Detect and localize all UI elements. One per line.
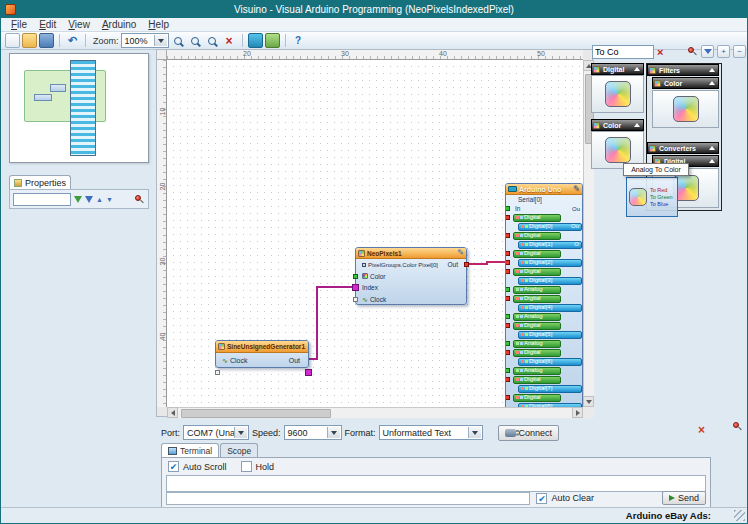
speed-select[interactable]: 9600	[284, 425, 342, 440]
arduino-analog-row[interactable]: Analog	[506, 312, 582, 321]
expand-all-icon[interactable]: +	[717, 45, 730, 58]
send-button[interactable]: Send	[662, 491, 706, 505]
arduino-digital-row[interactable]: Digital	[506, 348, 582, 357]
filter-edit-icon[interactable]	[85, 196, 93, 203]
category-digital[interactable]: Digital	[591, 63, 644, 75]
sort-asc-icon[interactable]: ▲	[96, 196, 103, 203]
component-header[interactable]: Arduino Uno ✎	[506, 184, 582, 195]
horizontal-scrollbar[interactable]	[167, 407, 583, 418]
analog-pin[interactable]	[505, 368, 510, 373]
menu-help[interactable]: Help	[142, 19, 175, 30]
zoom-select[interactable]: 100%	[121, 33, 169, 48]
filter-categories-icon[interactable]	[701, 45, 714, 58]
arduino-channel-row[interactable]: Digital[6]	[506, 357, 582, 366]
send-input[interactable]	[166, 492, 530, 505]
collapse-icon[interactable]	[709, 68, 715, 72]
component-header[interactable]: NeoPixels1 ✎	[356, 248, 466, 259]
scroll-right-icon[interactable]	[572, 407, 583, 418]
port-select[interactable]: COM7 (Unav	[183, 425, 249, 440]
scroll-down-icon[interactable]	[583, 396, 594, 407]
horizontal-scroll-thumb[interactable]	[181, 409, 331, 418]
digital-pin[interactable]	[505, 350, 510, 355]
chevron-down-icon[interactable]	[154, 35, 167, 46]
pixel-out-pin[interactable]	[464, 262, 469, 267]
save-icon[interactable]	[39, 33, 54, 48]
analog-pin[interactable]	[505, 287, 510, 292]
arduino-digital-row[interactable]: Digital	[506, 267, 582, 276]
collapse-all-icon[interactable]: −	[733, 45, 746, 58]
auto-scroll-checkbox[interactable]: ✔	[168, 461, 179, 472]
board-icon[interactable]	[248, 33, 263, 48]
edit-pencil-icon[interactable]: ✎	[457, 249, 464, 257]
component-header[interactable]: SineUnsignedGenerator1	[216, 341, 308, 353]
arduino-analog-row[interactable]: Analog	[506, 285, 582, 294]
arduino-channel-row[interactable]: Digital[3]	[506, 276, 582, 285]
arduino-digital-row[interactable]: Digital	[506, 249, 582, 258]
tab-scope[interactable]: Scope	[220, 443, 258, 457]
digital-pin[interactable]	[505, 395, 510, 400]
titlebar[interactable]: Visuino - Visual Arduino Programming (Ne…	[1, 1, 747, 18]
arduino-digital-row[interactable]: Digital	[506, 294, 582, 303]
menu-edit[interactable]: Edit	[33, 19, 62, 30]
pixel-channel-row[interactable]: PixelGroups.Color Pixel[0] Out	[356, 259, 466, 271]
zoom-in-icon[interactable]	[171, 33, 186, 48]
digital-pin[interactable]	[505, 323, 510, 328]
arduino-inout-row[interactable]: In Ou	[506, 204, 582, 213]
connect-button[interactable]: Connect	[498, 425, 560, 441]
digital-pin[interactable]	[505, 269, 510, 274]
category-color[interactable]: Color	[591, 119, 644, 131]
arduino-channel-row[interactable]: Digital[4]	[506, 303, 582, 312]
components-icon[interactable]	[265, 33, 280, 48]
analog-to-color-preview[interactable]: To Red To Green To Blue	[626, 177, 678, 217]
properties-filter-input[interactable]	[13, 193, 71, 206]
filter-icon[interactable]	[74, 196, 82, 203]
color-pin[interactable]	[353, 274, 358, 279]
index-pin[interactable]	[352, 284, 359, 291]
analog-pin[interactable]	[505, 314, 510, 319]
arduino-channel-row[interactable]: Digital[5]	[506, 330, 582, 339]
collapse-icon[interactable]	[709, 146, 715, 150]
digital-pin[interactable]	[505, 215, 510, 220]
open-icon[interactable]	[22, 33, 37, 48]
out-pin[interactable]	[305, 369, 312, 376]
palette-item-filters-color[interactable]	[652, 90, 719, 128]
tab-terminal[interactable]: Terminal	[161, 443, 219, 457]
auto-clear-option[interactable]: ✔ Auto Clear	[536, 493, 594, 504]
close-panel-icon[interactable]: ×	[698, 423, 705, 437]
collapse-icon[interactable]	[709, 81, 715, 85]
help-icon[interactable]: ?	[291, 33, 306, 48]
scroll-left-icon[interactable]	[167, 407, 178, 418]
clock-pin[interactable]	[353, 297, 358, 302]
component-arduino-uno[interactable]: Arduino Uno ✎ Serial[0] In Ou Digital Di…	[505, 183, 583, 407]
hold-option[interactable]: Hold	[241, 461, 275, 472]
resize-grip-icon[interactable]	[734, 510, 745, 521]
arduino-digital-row[interactable]: Digital	[506, 375, 582, 384]
color-pin-row[interactable]: Color	[356, 271, 466, 283]
arduino-channel-row[interactable]: Digital[7]	[506, 384, 582, 393]
wire-neopixels-out-to-arduino-digital[interactable]	[467, 262, 505, 264]
menu-file[interactable]: File	[5, 19, 33, 30]
arduino-channel-row[interactable]: Digital[1]O	[506, 240, 582, 249]
collapse-icon[interactable]	[709, 159, 715, 163]
undo-icon[interactable]: ↶	[65, 33, 80, 48]
clear-search-icon[interactable]: ×	[657, 46, 663, 58]
hold-checkbox[interactable]	[241, 461, 252, 472]
component-sine-unsigned-generator[interactable]: SineUnsignedGenerator1 ∿ Clock Out	[215, 340, 309, 368]
auto-scroll-option[interactable]: ✔ Auto Scroll	[168, 461, 227, 472]
chevron-down-icon[interactable]	[468, 427, 481, 438]
zoom-fit-icon[interactable]	[205, 33, 220, 48]
digital-pin[interactable]	[505, 377, 510, 382]
clock-pin-row[interactable]: ∿ Clock	[356, 294, 466, 306]
palette-item-digital[interactable]	[591, 75, 644, 113]
arduino-channel-row[interactable]: Digital[0]Ou	[506, 222, 582, 231]
pin-icon[interactable]	[134, 194, 145, 205]
tab-properties[interactable]: Properties	[9, 175, 71, 190]
pin-icon[interactable]	[732, 421, 743, 432]
sort-desc-icon[interactable]: ▼	[106, 196, 113, 203]
wire-sine-out-to-neopixels-index[interactable]	[309, 287, 355, 359]
collapse-icon[interactable]	[634, 67, 640, 71]
arduino-analog-row[interactable]: Analog	[506, 366, 582, 375]
chevron-down-icon[interactable]	[234, 427, 247, 438]
edit-pencil-icon[interactable]: ✎	[573, 185, 580, 193]
connected-digital-pin[interactable]	[505, 260, 510, 265]
